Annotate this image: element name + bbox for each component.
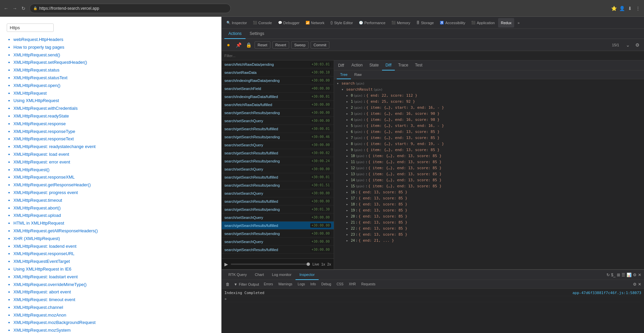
list-item[interactable]: XMLHttpRequest.status — [13, 66, 215, 74]
reset-button[interactable]: Reset — [255, 41, 270, 49]
list-item[interactable]: XMLHttpRequest.responseText — [13, 135, 215, 143]
redux-subtab-settings[interactable]: Settings — [246, 29, 268, 39]
expand-arrow[interactable]: ▸ — [346, 226, 350, 231]
chart-icon-button[interactable]: 📊 — [627, 273, 632, 277]
expand-arrow[interactable]: ▸ — [346, 99, 350, 104]
profile-button[interactable]: 👤 — [619, 5, 625, 12]
expand-arrow[interactable]: ▸ — [346, 117, 350, 123]
action-item[interactable]: search/getSearchResults/pending+30:00.24 — [222, 157, 334, 165]
list-item[interactable]: XMLHttpRequest.getAllResponseHeaders() — [13, 227, 215, 235]
list-item[interactable]: XMLHttpRequest.withCredentials — [13, 105, 215, 112]
log-level-errors[interactable]: Errors — [262, 282, 275, 286]
list-item[interactable]: XMLHttpRequest: load event — [13, 151, 215, 158]
list-item[interactable]: XMLHttpRequest: timeout event — [13, 296, 215, 304]
1x-label[interactable]: 1x — [321, 262, 325, 266]
list-item[interactable]: XMLHttpRequest.responseURL — [13, 250, 215, 258]
terminal-icon-button[interactable]: $_ — [611, 273, 615, 277]
action-item[interactable]: search/setRawData+30:00.10 — [222, 68, 334, 77]
log-level-debug[interactable]: Debug — [319, 282, 333, 286]
devtools-tab-redux[interactable]: Redux — [498, 18, 514, 28]
tree-tab-raw[interactable]: Raw — [351, 70, 365, 79]
list-item[interactable]: XMLHttpRequestEventTarget — [13, 258, 215, 266]
commit-button[interactable]: Commit — [311, 41, 329, 49]
expand-arrow[interactable]: ▸ — [346, 123, 350, 129]
list-item[interactable]: webRequest.HttpHeaders — [13, 36, 215, 44]
diff-tab-action[interactable]: Action — [348, 60, 366, 70]
list-item[interactable]: XMLHttpRequest.open() — [13, 82, 215, 90]
action-item[interactable]: search/getSearchResults/fulfilled+30:00.… — [222, 246, 334, 254]
expand-arrow[interactable]: ▸ — [346, 238, 350, 243]
devtools-tab-accessibility[interactable]: ♿Accessibility — [437, 18, 468, 28]
diff-tab-trace[interactable]: Trace — [395, 60, 412, 70]
list-item[interactable]: XMLHttpRequest.response — [13, 120, 215, 128]
devtools-tab-more[interactable]: » — [515, 18, 522, 28]
list-item[interactable]: Using XMLHttpRequest in IE6 — [13, 266, 215, 273]
devtools-tab-console[interactable]: ⬛Console — [250, 18, 274, 28]
revert-button[interactable]: Revert — [272, 41, 289, 49]
list-item[interactable]: How to properly tag pages — [13, 44, 215, 51]
devtools-tab-memory[interactable]: ⬛Memory — [389, 18, 413, 28]
2x-label[interactable]: 2x — [327, 262, 331, 266]
list-item[interactable]: XMLHttpRequest.mozAnon — [13, 312, 215, 319]
devtools-tab-performance[interactable]: 🕐Performance — [356, 18, 388, 28]
action-item[interactable]: search/setSearchQuery+30:00.00 — [222, 189, 334, 197]
log-level-warnings[interactable]: Warnings — [276, 282, 294, 286]
list-item[interactable]: XMLHttpRequest.abort() — [13, 204, 215, 212]
expand-arrow[interactable]: ▸ — [346, 178, 350, 183]
list-item[interactable]: XMLHttpRequest — [13, 90, 215, 97]
expand-arrow[interactable]: ▸ — [346, 135, 350, 141]
action-item[interactable]: search/getSearchResults/fulfilled+30:00.… — [222, 197, 334, 205]
devtools-tab-application[interactable]: ⬛Application — [469, 18, 497, 28]
extensions-button[interactable]: ⭐ — [610, 5, 617, 12]
bottom-tab-inspector[interactable]: Inspector — [296, 270, 319, 280]
expand-arrow[interactable]: ▸ — [346, 202, 350, 207]
expand-arrow[interactable]: ▸ — [346, 190, 350, 195]
list-item[interactable]: XMLHttpRequest.responseType — [13, 128, 215, 136]
console-link[interactable]: app-47d6f33881f7c46f.js:1:58073 — [267, 291, 641, 295]
expand-arrow[interactable]: ▸ — [346, 196, 350, 201]
devtools-tab-network[interactable]: 📶Network — [303, 18, 327, 28]
filter-input[interactable] — [224, 54, 641, 58]
log-level-info[interactable]: Info — [308, 282, 318, 286]
expand-arrow[interactable]: ▸ — [346, 111, 350, 116]
close-bottom-button[interactable]: ✕ — [638, 282, 641, 287]
grid-icon-button[interactable]: ⊞ — [617, 273, 620, 277]
lock-button[interactable]: 🔒 — [245, 41, 253, 49]
list-icon-button[interactable]: ☰ — [622, 273, 625, 277]
tree-node[interactable]: ▾search (pin) — [334, 81, 644, 87]
expand-arrow[interactable]: ▸ — [346, 172, 350, 177]
pin-button[interactable]: 📌 — [234, 41, 243, 49]
redux-subtab-actions[interactable]: Actions — [224, 29, 246, 39]
download-button[interactable]: ⬇ — [627, 5, 633, 12]
sweep-button[interactable]: Sweep — [291, 41, 309, 49]
settings-button[interactable]: ⚙ — [633, 41, 641, 49]
bottom-tab-chart[interactable]: Chart — [251, 270, 268, 280]
clear-console-button[interactable]: 🗑 — [224, 282, 231, 287]
log-level-logs[interactable]: Logs — [296, 282, 307, 286]
list-item[interactable]: XMLHttpRequest.responseXML — [13, 174, 215, 181]
list-item[interactable]: XMLHttpRequest: progress event — [13, 189, 215, 197]
bottom-tab-rtk-query[interactable]: RTK Query — [224, 270, 251, 280]
action-item[interactable]: search/getSearchResults/pending+30:00.00 — [222, 109, 334, 117]
action-item[interactable]: search/getSearchResults/pending+30:01.30 — [222, 205, 334, 213]
list-item[interactable]: XMLHttpRequest.setRequestHeader() — [13, 59, 215, 66]
list-item[interactable]: XMLHttpRequest.send() — [13, 51, 215, 59]
list-item[interactable]: XMLHttpRequest.statusText — [13, 74, 215, 82]
action-item[interactable]: search/setSearchField+00:00.00 — [222, 85, 334, 93]
tree-node[interactable]: ▾searchResult (pin) — [334, 87, 644, 93]
action-item[interactable]: search/getSearchResults/fulfilled+30:00.… — [222, 125, 334, 133]
devtools-tab-style-editor[interactable]: {}Style Editor — [328, 18, 356, 28]
list-item[interactable]: XMLHttpRequest() — [13, 166, 215, 174]
list-item[interactable]: XHR (XMLHttpRequest) — [13, 235, 215, 243]
diff-tab-test[interactable]: Test — [412, 60, 426, 70]
list-item[interactable]: XMLHttpRequest: loadend event — [13, 243, 215, 250]
expand-arrow[interactable]: ▸ — [346, 141, 350, 147]
close-icon-button[interactable]: ✕ — [638, 273, 641, 277]
action-item[interactable]: search/getSearchResults/pending+30:00.46 — [222, 133, 334, 141]
list-item[interactable]: XMLHttpRequest.upload — [13, 212, 215, 220]
record-button[interactable]: ● — [224, 41, 232, 49]
expand-arrow[interactable]: ▸ — [346, 184, 350, 189]
bottom-tab-log-monitor[interactable]: Log monitor — [268, 270, 296, 280]
tree-tab-tree[interactable]: Tree — [337, 70, 351, 79]
refresh-button[interactable]: ↻ — [20, 5, 27, 12]
